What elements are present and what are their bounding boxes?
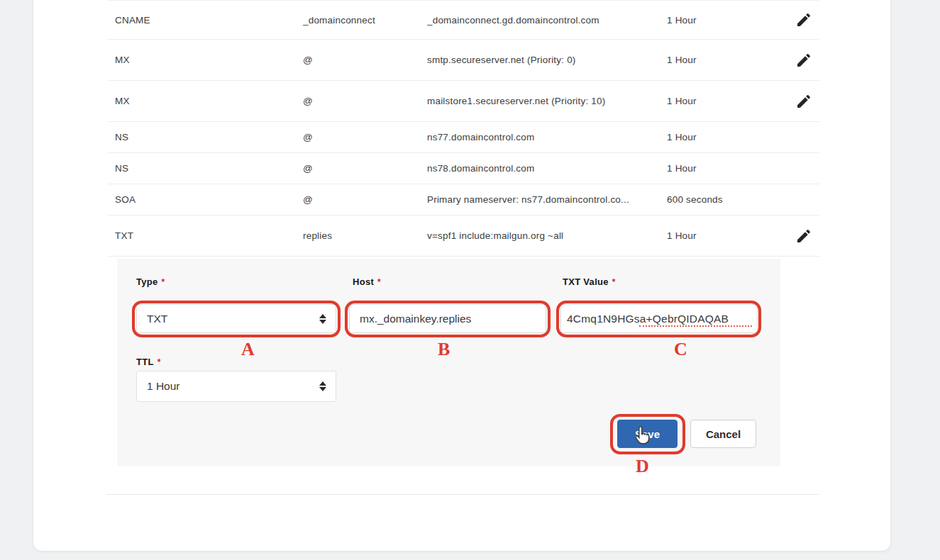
ttl-label: TTL* xyxy=(136,357,161,367)
record-ttl-cell: 1 Hour xyxy=(667,15,795,26)
type-select-value: TXT xyxy=(147,313,167,325)
record-type-cell: TXT xyxy=(108,230,303,241)
ttl-select-value: 1 Hour xyxy=(147,380,180,393)
record-value-cell: Primary nameserver: ns77.domaincontrol.c… xyxy=(427,194,667,205)
section-divider xyxy=(106,494,819,495)
required-asterisk: * xyxy=(162,277,165,287)
edit-record-form xyxy=(117,259,780,466)
record-type-cell: NS xyxy=(108,132,303,142)
record-ttl-cell: 1 Hour xyxy=(667,132,795,142)
record-value-cell: smtp.secureserver.net (Priority: 0) xyxy=(427,55,667,65)
dns-records-table: CNAME _domainconnect _domainconnect.gd.d… xyxy=(108,0,819,257)
record-name-cell: @ xyxy=(303,132,427,142)
record-ttl-cell: 1 Hour xyxy=(667,230,795,241)
record-value-cell: _domainconnect.gd.domaincontrol.com xyxy=(427,15,667,26)
record-type-cell: CNAME xyxy=(108,15,303,26)
ttl-select[interactable]: 1 Hour xyxy=(136,371,336,402)
record-name-cell: @ xyxy=(303,163,427,174)
select-updown-icon xyxy=(319,381,326,391)
record-ttl-cell: 1 Hour xyxy=(667,96,795,106)
record-type-cell: MX xyxy=(108,96,303,106)
type-select[interactable]: TXT xyxy=(136,304,336,333)
required-asterisk: * xyxy=(377,277,381,287)
required-asterisk: * xyxy=(157,357,161,367)
table-row: NS @ ns78.domaincontrol.com 1 Hour xyxy=(108,153,819,184)
edit-record-button[interactable] xyxy=(795,92,814,111)
cancel-button[interactable]: Cancel xyxy=(690,420,756,448)
record-value-cell: ns77.domaincontrol.com xyxy=(427,132,667,142)
required-asterisk: * xyxy=(612,277,616,287)
type-label: Type* xyxy=(136,276,165,287)
table-row: TXT replies v=spf1 include:mailgun.org ~… xyxy=(108,215,819,257)
record-name-cell: @ xyxy=(303,194,427,205)
edit-record-button[interactable] xyxy=(795,227,814,245)
record-ttl-cell: 1 Hour xyxy=(667,163,795,174)
record-ttl-cell: 600 seconds xyxy=(667,194,795,205)
record-value-cell: v=spf1 include:mailgun.org ~all xyxy=(427,230,667,241)
select-updown-icon xyxy=(319,314,326,324)
edit-record-button[interactable] xyxy=(795,11,814,29)
edit-record-button[interactable] xyxy=(795,51,814,69)
record-name-cell: _domainconnect xyxy=(303,15,427,26)
host-input-value: mx._domainkey.replies xyxy=(360,313,471,325)
record-ttl-cell: 1 Hour xyxy=(667,55,795,65)
table-row: NS @ ns77.domaincontrol.com 1 Hour xyxy=(108,122,819,153)
txt-value-input-value: 4Cmq1N9HGsa+QebrQIDAQAB xyxy=(567,313,729,325)
record-type-cell: NS xyxy=(108,163,303,174)
record-type-cell: SOA xyxy=(108,194,303,205)
record-type-cell: MX xyxy=(108,55,303,65)
host-input[interactable]: mx._domainkey.replies xyxy=(349,304,546,333)
pencil-icon xyxy=(795,52,814,69)
table-row: SOA @ Primary nameserver: ns77.domaincon… xyxy=(108,184,819,215)
table-row: CNAME _domainconnect _domainconnect.gd.d… xyxy=(108,0,819,40)
host-label: Host* xyxy=(353,276,381,287)
table-row: MX @ mailstore1.secureserver.net (Priori… xyxy=(108,81,819,122)
record-name-cell: @ xyxy=(303,55,427,65)
record-value-cell: ns78.domaincontrol.com xyxy=(427,163,667,174)
txt-value-label: TXT Value* xyxy=(563,276,616,287)
pencil-icon xyxy=(795,11,814,28)
save-button[interactable]: Save xyxy=(617,420,678,448)
pencil-icon xyxy=(795,93,814,110)
record-value-cell: mailstore1.secureserver.net (Priority: 1… xyxy=(427,96,667,106)
txt-value-input[interactable]: 4Cmq1N9HGsa+QebrQIDAQAB xyxy=(560,304,758,333)
pencil-icon xyxy=(795,228,814,245)
table-row: MX @ smtp.secureserver.net (Priority: 0)… xyxy=(108,40,819,81)
record-name-cell: replies xyxy=(303,230,427,241)
spellcheck-underline xyxy=(639,325,752,327)
record-name-cell: @ xyxy=(303,96,427,106)
